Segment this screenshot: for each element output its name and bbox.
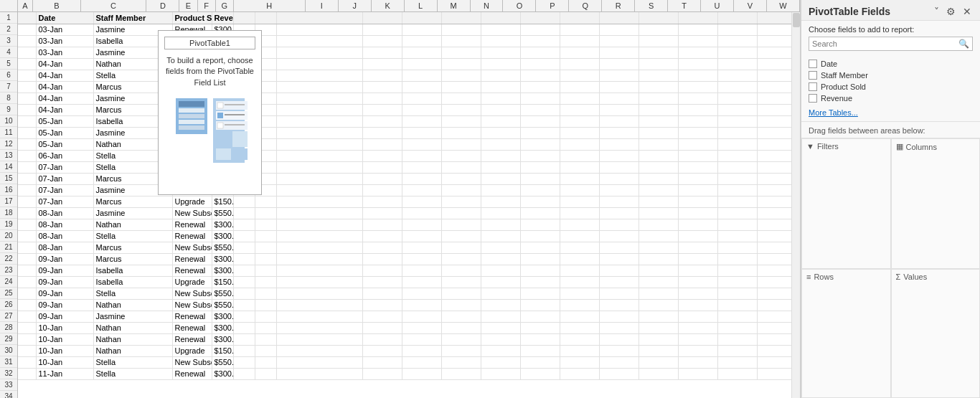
field-item-date[interactable]: Date — [809, 58, 973, 70]
cell-i6[interactable] — [362, 70, 402, 81]
cell-r21[interactable] — [717, 242, 757, 253]
scrollbar-thumb[interactable] — [793, 13, 800, 27]
cell-c27[interactable]: Jasmine — [93, 311, 172, 322]
cell-p23[interactable] — [639, 265, 678, 276]
cell-l31[interactable] — [481, 356, 520, 368]
cell-e29[interactable]: $300.00 — [212, 333, 233, 345]
cell-j11[interactable] — [402, 127, 441, 138]
cell-j31[interactable] — [402, 356, 441, 368]
cell-k17[interactable] — [441, 196, 481, 207]
cell-p6[interactable] — [639, 70, 678, 81]
cell-i22[interactable] — [362, 253, 402, 265]
cell-k20[interactable] — [441, 230, 481, 242]
cell-q4[interactable] — [678, 47, 717, 58]
cell-e23[interactable]: $300.00 — [212, 265, 233, 276]
cell-h16[interactable] — [276, 184, 362, 196]
cell-n23[interactable] — [560, 265, 599, 276]
cell-b25[interactable]: 09-Jan — [36, 288, 93, 299]
cell-i13[interactable] — [362, 150, 402, 161]
cell-a1[interactable] — [18, 12, 36, 24]
cell-o15[interactable] — [599, 173, 639, 184]
cell-h31[interactable] — [276, 356, 362, 368]
cell-b14[interactable]: 07-Jan — [36, 161, 93, 173]
cell-m32[interactable] — [520, 368, 560, 379]
cell-o27[interactable] — [599, 311, 639, 322]
cell-d25[interactable]: New Subscription — [172, 288, 212, 299]
cell-h7[interactable] — [276, 81, 362, 93]
cell-l17[interactable] — [481, 196, 520, 207]
cell-b6[interactable]: 04-Jan — [36, 70, 93, 81]
cell-n17[interactable] — [560, 196, 599, 207]
cell-b28[interactable]: 10-Jan — [36, 322, 93, 333]
cell-e26[interactable]: $550.00 — [212, 299, 233, 311]
cell-h9[interactable] — [276, 104, 362, 115]
more-tables-link[interactable]: More Tables... — [801, 107, 980, 118]
cell-h22[interactable] — [276, 253, 362, 265]
cell-o10[interactable] — [599, 115, 639, 127]
cell-j26[interactable] — [402, 299, 441, 311]
cell-i15[interactable] — [362, 173, 402, 184]
cell-n3[interactable] — [560, 35, 599, 47]
cell-l27[interactable] — [481, 311, 520, 322]
cell-m22[interactable] — [520, 253, 560, 265]
cell-b15[interactable]: 07-Jan — [36, 173, 93, 184]
cell-f21[interactable] — [233, 242, 255, 253]
cell-a29[interactable] — [18, 333, 36, 345]
cell-f18[interactable] — [233, 207, 255, 219]
cell-p13[interactable] — [639, 150, 678, 161]
cell-k31[interactable] — [441, 356, 481, 368]
cell-b24[interactable]: 09-Jan — [36, 276, 93, 288]
cell-h29[interactable] — [276, 333, 362, 345]
cell-e21[interactable]: $550.00 — [212, 242, 233, 253]
cell-b12[interactable]: 05-Jan — [36, 138, 93, 150]
cell-j1[interactable] — [402, 12, 441, 24]
cell-a9[interactable] — [18, 104, 36, 115]
cell-k25[interactable] — [441, 288, 481, 299]
col-header-g[interactable]: G — [216, 0, 234, 11]
cell-o24[interactable] — [599, 276, 639, 288]
cell-q6[interactable] — [678, 70, 717, 81]
cell-c21[interactable]: Marcus — [93, 242, 172, 253]
cell-k19[interactable] — [441, 219, 481, 230]
col-header-f[interactable]: F — [198, 0, 216, 11]
cell-o11[interactable] — [599, 127, 639, 138]
cell-i30[interactable] — [362, 345, 402, 356]
cell-m1[interactable] — [520, 12, 560, 24]
cell-g26[interactable] — [255, 299, 276, 311]
cell-p26[interactable] — [639, 299, 678, 311]
cell-p8[interactable] — [639, 93, 678, 104]
cell-p28[interactable] — [639, 322, 678, 333]
cell-o4[interactable] — [599, 47, 639, 58]
field-checkbox-0[interactable] — [809, 60, 817, 68]
cell-h11[interactable] — [276, 127, 362, 138]
cell-m27[interactable] — [520, 311, 560, 322]
cell-m25[interactable] — [520, 288, 560, 299]
cell-o2[interactable] — [599, 24, 639, 35]
cell-m24[interactable] — [520, 276, 560, 288]
cell-c24[interactable]: Isabella — [93, 276, 172, 288]
cell-h19[interactable] — [276, 219, 362, 230]
cell-g23[interactable] — [255, 265, 276, 276]
cell-f24[interactable] — [233, 276, 255, 288]
cell-m4[interactable] — [520, 47, 560, 58]
cell-r23[interactable] — [717, 265, 757, 276]
cell-a2[interactable] — [18, 24, 36, 35]
cell-p4[interactable] — [639, 47, 678, 58]
col-header-h[interactable]: H — [234, 0, 306, 11]
cell-m21[interactable] — [520, 242, 560, 253]
cell-r18[interactable] — [717, 207, 757, 219]
cell-b1[interactable]: Date — [36, 12, 93, 24]
cell-s14[interactable] — [757, 161, 791, 173]
cell-l12[interactable] — [481, 138, 520, 150]
cell-r11[interactable] — [717, 127, 757, 138]
cell-j13[interactable] — [402, 150, 441, 161]
cell-l3[interactable] — [481, 35, 520, 47]
field-checkbox-2[interactable] — [809, 82, 817, 91]
settings-button[interactable]: ⚙ — [945, 6, 957, 17]
cell-a24[interactable] — [18, 276, 36, 288]
cell-k13[interactable] — [441, 150, 481, 161]
col-header-o[interactable]: O — [503, 0, 536, 11]
cell-s19[interactable] — [757, 219, 791, 230]
cell-m31[interactable] — [520, 356, 560, 368]
cell-q12[interactable] — [678, 138, 717, 150]
